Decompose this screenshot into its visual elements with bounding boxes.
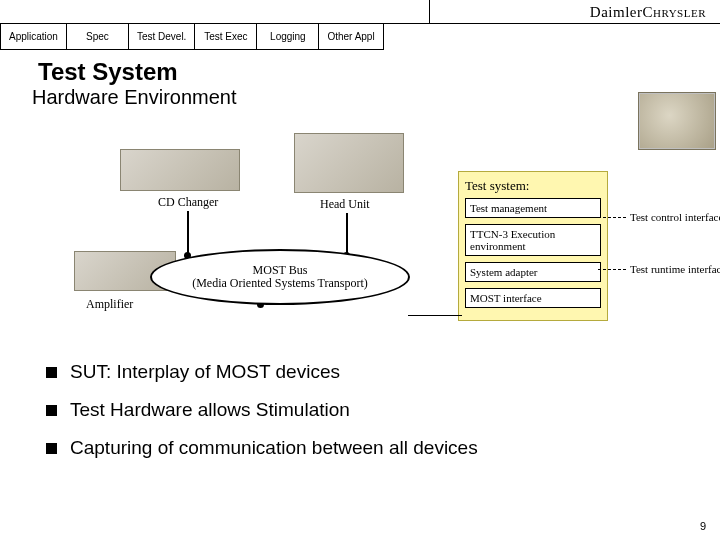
page-subtitle: Hardware Environment [32,86,720,109]
tab-test-devel[interactable]: Test Devel. [129,24,195,50]
bullet-1: SUT: Interplay of MOST devices [46,361,720,383]
head-unit-photo [294,133,404,193]
head-unit-label: Head Unit [320,197,370,212]
tab-logging[interactable]: Logging [257,24,319,50]
page-number: 9 [700,520,706,532]
dash-runtime [598,269,626,270]
bullet-list: SUT: Interplay of MOST devices Test Hard… [46,361,720,459]
test-system-panel: Test system: Test management TTCN-3 Exec… [458,171,608,321]
bus-line2: (Media Oriented Systems Transport) [192,277,368,290]
tab-application[interactable]: Application [0,24,67,50]
brand-second: Chrysler [642,4,706,20]
tab-spec[interactable]: Spec [67,24,129,50]
box-ttcn3-exec: TTCN-3 Execution environment [465,224,601,256]
label-test-runtime-interface: Test runtime interface [630,263,720,275]
amplifier-label: Amplifier [86,297,133,312]
tab-test-exec[interactable]: Test Exec [195,24,257,50]
brand-logo: DaimlerChrysler [430,3,720,21]
box-test-management: Test management [465,198,601,218]
box-most-interface: MOST interface [465,288,601,308]
panel-title: Test system: [465,178,601,194]
header-left-pane [0,0,430,23]
page-title: Test System [38,58,720,86]
label-test-control-interface: Test control interface [630,211,720,223]
connector-bus-to-panel [408,315,462,316]
tab-strip: Application Spec Test Devel. Test Exec L… [0,24,720,50]
box-system-adapter: System adapter [465,262,601,282]
bus-ellipse: MOST Bus (Media Oriented Systems Transpo… [150,249,410,305]
leader-cdchanger [187,211,189,255]
brand-first: Daimler [590,4,643,20]
dash-ctrl [598,217,626,218]
bullet-2: Test Hardware allows Stimulation [46,399,720,421]
cd-changer-photo [120,149,240,191]
cd-changer-label: CD Changer [158,195,218,210]
leader-headunit [346,213,348,255]
tab-other-appl[interactable]: Other Appl [319,24,383,50]
header-bar: DaimlerChrysler [0,0,720,24]
hardware-diagram: CD Changer Head Unit Amplifier MOST Bus … [0,121,720,341]
bullet-3: Capturing of communication between all d… [46,437,720,459]
